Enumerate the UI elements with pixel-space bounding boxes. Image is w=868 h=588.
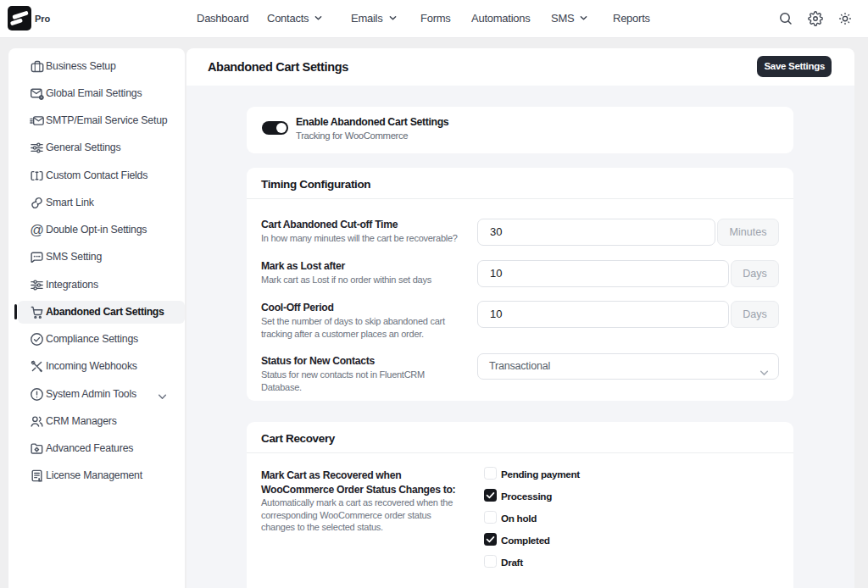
svg-text:@: @ — [30, 223, 44, 237]
